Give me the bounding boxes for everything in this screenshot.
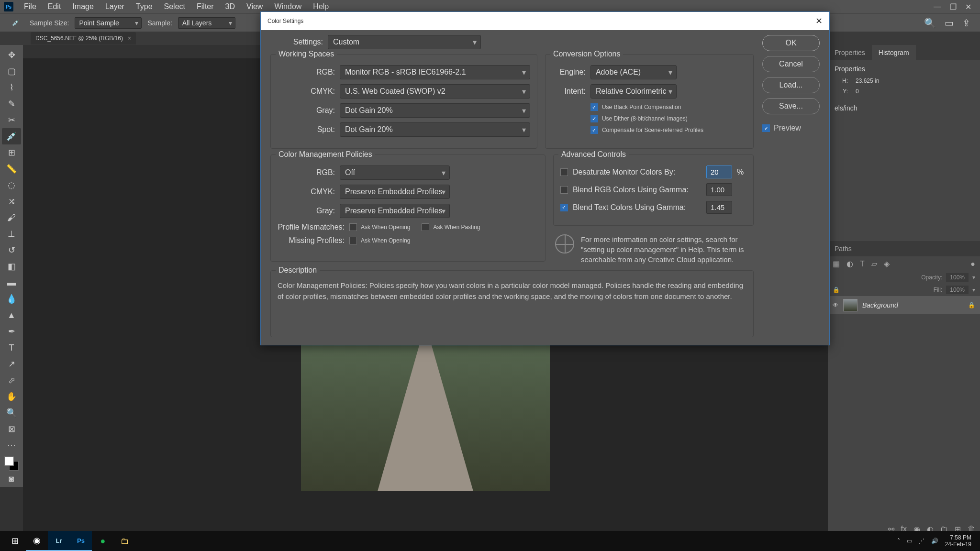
tab-paths[interactable]: Paths (828, 241, 858, 256)
dialog-close-icon[interactable]: ✕ (815, 16, 823, 26)
document-tab[interactable]: DSC_5656.NEF @ 25% (RGB/16) × (31, 32, 136, 44)
crop-tool[interactable]: ✂ (2, 112, 21, 128)
brush-tool[interactable]: 🖌 (2, 209, 21, 226)
marquee-tool[interactable]: ▢ (2, 63, 21, 79)
tab-histogram[interactable]: Histogram (872, 45, 916, 60)
fill-value[interactable]: 100% (946, 286, 969, 294)
cancel-button[interactable]: Cancel (762, 56, 820, 72)
lasso-tool[interactable]: ⌇ (2, 79, 21, 96)
filter-toggle-icon[interactable]: ● (970, 260, 975, 268)
lightroom-icon[interactable]: Lr (48, 531, 70, 551)
filter-shape-icon[interactable]: ▱ (871, 259, 877, 268)
photoshop-icon[interactable]: Ps (70, 531, 92, 551)
dialog-titlebar[interactable]: Color Settings ✕ (261, 12, 829, 30)
ask-paste-checkbox[interactable]: Ask When Pasting (422, 223, 480, 231)
layer-name[interactable]: Background (862, 301, 898, 309)
stamp-tool[interactable]: ⊥ (2, 226, 21, 242)
shuffle-tool[interactable]: ⤨ (2, 193, 21, 209)
search-icon[interactable]: 🔍 (924, 17, 936, 29)
scene-checkbox[interactable]: Compensate for Scene-referred Profiles (590, 126, 746, 134)
system-clock[interactable]: 7:58 PM 24-Feb-19 (945, 534, 971, 548)
filter-smart-icon[interactable]: ◈ (884, 259, 890, 268)
eyedropper-tool[interactable]: 💉 (2, 128, 21, 144)
tab-properties[interactable]: Properties (828, 45, 872, 60)
desat-checkbox[interactable] (560, 168, 568, 176)
opacity-value[interactable]: 100% (946, 273, 969, 282)
sample-size-dropdown[interactable]: Point Sample (75, 17, 142, 29)
ask-open2-checkbox[interactable]: Ask When Opening (349, 237, 410, 244)
menu-image[interactable]: Image (67, 0, 99, 13)
ruler-tool[interactable]: 📏 (2, 161, 21, 177)
lock-icon[interactable]: 🔒 (968, 302, 975, 309)
dodge-tool[interactable]: ▲ (2, 307, 21, 323)
menu-filter[interactable]: Filter (191, 0, 220, 13)
blend-text-input[interactable]: 1.45 (706, 201, 732, 214)
visibility-eye-icon[interactable]: 👁 (833, 302, 838, 309)
eraser-tool[interactable]: ◧ (2, 258, 21, 275)
ask-open-checkbox[interactable]: Ask When Opening (349, 223, 410, 231)
blend-rgb-input[interactable]: 1.00 (706, 183, 732, 196)
dither-checkbox[interactable]: Use Dither (8-bit/channel images) (590, 115, 746, 122)
sample-dropdown[interactable]: All Layers (178, 17, 235, 29)
hand-tool[interactable]: ✋ (2, 388, 21, 405)
type-tool[interactable]: T (2, 340, 21, 356)
menu-type[interactable]: Type (130, 0, 158, 13)
ok-button[interactable]: OK (762, 35, 820, 51)
blend-text-checkbox[interactable]: ✓ (560, 204, 568, 211)
filter-pixel-icon[interactable]: ▦ (833, 259, 840, 268)
tray-volume-icon[interactable]: 🔊 (931, 538, 938, 544)
preview-checkbox[interactable]: ✓ (762, 124, 770, 132)
explorer-icon[interactable]: 🗀 (114, 531, 136, 551)
pol-cmyk-dropdown[interactable]: Preserve Embedded Profiles (340, 185, 450, 199)
menu-select[interactable]: Select (158, 0, 191, 13)
ws-spot-dropdown[interactable]: Dot Gain 20% (340, 122, 530, 137)
close-icon[interactable]: ✕ (965, 2, 971, 11)
filter-type-icon[interactable]: T (860, 260, 865, 268)
load-button[interactable]: Load... (762, 77, 820, 93)
engine-dropdown[interactable]: Adobe (ACE) (590, 65, 677, 79)
save-button[interactable]: Save... (762, 98, 820, 114)
pol-gray-dropdown[interactable]: Preserve Embedded Profiles (340, 204, 450, 218)
settings-dropdown[interactable]: Custom (328, 35, 481, 49)
workspace-icon[interactable]: ▭ (945, 17, 954, 29)
close-tab-icon[interactable]: × (128, 35, 131, 42)
more-tools[interactable]: ⋯ (2, 437, 21, 453)
ws-cmyk-dropdown[interactable]: U.S. Web Coated (SWOP) v2 (340, 84, 530, 99)
foreground-background-colors[interactable] (4, 456, 19, 471)
tray-wifi-icon[interactable]: ⋰ (919, 538, 924, 544)
blend-rgb-checkbox[interactable] (560, 186, 568, 194)
selection-tool[interactable]: ◌ (2, 177, 21, 193)
move-tool[interactable]: ✥ (2, 47, 21, 63)
start-button[interactable]: ⊞ (4, 531, 26, 551)
ws-rgb-dropdown[interactable]: Monitor RGB - sRGB IEC61966-2.1 (340, 65, 530, 79)
menu-layer[interactable]: Layer (100, 0, 130, 13)
lock-bar-icon[interactable]: 🔒 (833, 287, 840, 293)
zoom-tool[interactable]: 🔍 (2, 405, 21, 421)
path-tool[interactable]: ↗ (2, 356, 21, 372)
direct-select-tool[interactable]: ⬀ (2, 372, 21, 388)
gradient-tool[interactable]: ▬ (2, 275, 21, 291)
restore-icon[interactable]: ❐ (950, 2, 957, 11)
pen-tool[interactable]: ✒ (2, 323, 21, 340)
minimize-icon[interactable]: — (934, 2, 941, 11)
intent-dropdown[interactable]: Relative Colorimetric (590, 84, 677, 99)
layer-thumbnail[interactable] (843, 299, 858, 311)
tray-battery-icon[interactable]: ▭ (907, 538, 912, 544)
pol-rgb-dropdown[interactable]: Off (340, 165, 450, 180)
spotify-icon[interactable]: ● (92, 531, 114, 551)
blur-tool[interactable]: 💧 (2, 291, 21, 307)
tray-chevron-icon[interactable]: ˄ (897, 538, 900, 544)
layer-row-background[interactable]: 👁 Background 🔒 (828, 296, 980, 314)
artboard-tool[interactable]: ⊠ (2, 421, 21, 437)
share-icon[interactable]: ⇪ (962, 17, 970, 29)
menu-edit[interactable]: Edit (42, 0, 67, 13)
filter-adjust-icon[interactable]: ◐ (846, 259, 853, 268)
menu-3d[interactable]: 3D (220, 0, 241, 13)
tool-indicator-eyedropper-icon[interactable]: 💉 (10, 17, 21, 29)
menu-file[interactable]: File (18, 0, 42, 13)
chrome-icon[interactable]: ◉ (26, 531, 48, 551)
quick-mask-tool[interactable]: ◙ (2, 471, 21, 487)
quick-select-tool[interactable]: ✎ (2, 96, 21, 112)
ws-gray-dropdown[interactable]: Dot Gain 20% (340, 103, 530, 118)
foreground-color-swatch[interactable] (4, 456, 14, 466)
